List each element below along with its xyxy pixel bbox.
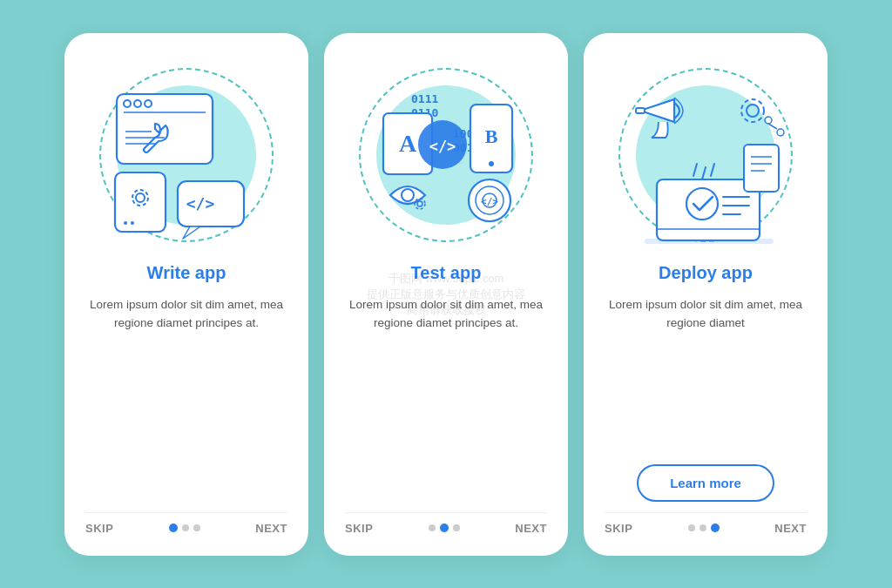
deploy-app-illustration (610, 59, 801, 251)
test-app-illustration: 0111 0110 1001 0011 A </> B (350, 59, 542, 251)
card-deploy-app: Deploy app Lorem ipsum dolor sit dim ame… (584, 33, 828, 556)
write-app-text: Lorem ipsum dolor sit dim amet, mea regi… (85, 295, 287, 512)
svg-point-39 (777, 129, 784, 136)
svg-rect-51 (744, 145, 779, 192)
write-app-next[interactable]: NEXT (255, 522, 287, 535)
cards-wrapper: </> Write app Lorem ipsum dolor sit dim … (64, 33, 828, 556)
test-app-dots (429, 524, 460, 532)
svg-point-28 (417, 201, 422, 206)
dot-2 (440, 524, 449, 532)
write-app-title: Write app (147, 263, 226, 283)
card-test-app: 0111 0110 1001 0011 A </> B (324, 33, 568, 556)
svg-point-11 (124, 221, 127, 225)
test-app-next[interactable]: NEXT (515, 522, 547, 535)
dot-1 (169, 524, 178, 532)
dot-3 (193, 524, 200, 531)
test-app-footer: SKIP NEXT (345, 512, 547, 535)
cards-container: </> Write app Lorem ipsum dolor sit dim … (64, 33, 828, 556)
svg-point-38 (765, 117, 772, 124)
svg-marker-34 (643, 99, 674, 122)
dot-3 (711, 524, 720, 532)
svg-rect-50 (645, 239, 774, 244)
dot-2 (699, 524, 706, 531)
card-write-app: </> Write app Lorem ipsum dolor sit dim … (64, 33, 308, 556)
svg-line-40 (768, 124, 777, 129)
deploy-app-footer: SKIP NEXT (605, 512, 807, 535)
write-app-footer: SKIP NEXT (85, 512, 287, 535)
learn-more-button[interactable]: Learn more (637, 464, 774, 502)
deploy-app-title: Deploy app (659, 263, 753, 283)
svg-text:A: A (399, 130, 417, 157)
svg-text:</>: </> (481, 196, 498, 207)
svg-text:</>: </> (186, 194, 215, 213)
svg-text:</>: </> (429, 138, 456, 155)
svg-point-26 (489, 161, 494, 166)
svg-text:B: B (485, 125, 498, 147)
dot-1 (688, 524, 695, 531)
test-app-text: Lorem ipsum dolor sit dim amet, mea regi… (345, 295, 547, 512)
test-app-skip[interactable]: SKIP (345, 522, 373, 535)
test-app-title: Test app (411, 263, 482, 283)
deploy-app-skip[interactable]: SKIP (605, 522, 632, 535)
deploy-app-text: Lorem ipsum dolor sit dim amet, mea regi… (605, 295, 807, 457)
dot-3 (453, 524, 460, 531)
svg-point-12 (131, 221, 134, 225)
svg-point-37 (741, 99, 764, 122)
dot-2 (182, 524, 189, 531)
deploy-app-dots (688, 524, 720, 532)
svg-line-41 (693, 164, 697, 176)
svg-rect-35 (636, 108, 645, 113)
write-app-dots (169, 524, 200, 532)
svg-marker-14 (183, 226, 200, 239)
svg-point-36 (747, 105, 759, 117)
dot-1 (429, 524, 436, 531)
svg-text:0111: 0111 (411, 92, 438, 105)
write-app-illustration: </> (91, 59, 282, 251)
write-app-skip[interactable]: SKIP (85, 522, 113, 535)
deploy-app-next[interactable]: NEXT (774, 522, 807, 535)
svg-line-43 (711, 164, 714, 176)
svg-line-42 (702, 167, 706, 179)
